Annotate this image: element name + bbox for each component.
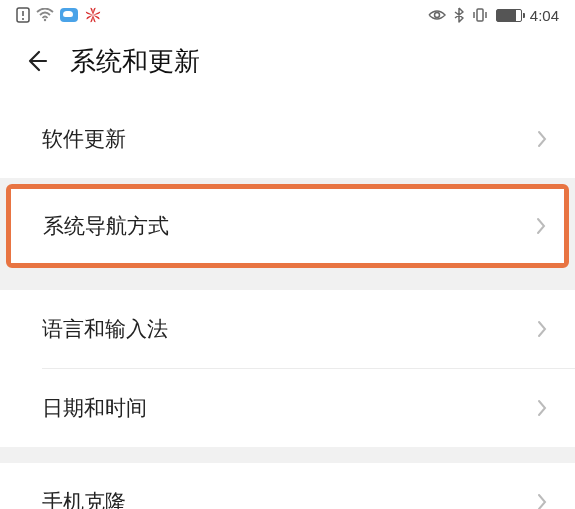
vibrate-icon [472, 7, 488, 23]
bluetooth-icon [454, 7, 464, 23]
status-bar: 4:04 [0, 0, 575, 30]
battery-icon [496, 9, 522, 22]
huawei-icon [84, 7, 102, 23]
cloud-icon [60, 8, 78, 22]
wifi-icon [36, 8, 54, 22]
highlighted-item: 系统导航方式 [6, 184, 569, 268]
chevron-right-icon [537, 130, 547, 148]
status-left [16, 7, 102, 23]
back-button[interactable] [20, 46, 50, 76]
item-language-input[interactable]: 语言和输入法 [0, 290, 575, 368]
header: 系统和更新 [0, 30, 575, 100]
chevron-right-icon [536, 217, 546, 235]
chevron-right-icon [537, 399, 547, 417]
item-label: 日期和时间 [42, 394, 147, 422]
item-label: 语言和输入法 [42, 315, 168, 343]
sim-alert-icon [16, 7, 30, 23]
eye-comfort-icon [428, 9, 446, 21]
section-separator [0, 274, 575, 290]
item-label: 软件更新 [42, 125, 126, 153]
page-title: 系统和更新 [70, 44, 200, 79]
svg-point-3 [44, 19, 46, 21]
settings-list: 软件更新 系统导航方式 语言和输入法 日期和时间 手机克隆 [0, 100, 575, 509]
item-date-time[interactable]: 日期和时间 [0, 369, 575, 447]
item-system-navigation[interactable]: 系统导航方式 [11, 189, 564, 263]
item-software-update[interactable]: 软件更新 [0, 100, 575, 178]
svg-point-4 [434, 13, 439, 18]
svg-rect-5 [477, 9, 483, 21]
status-right: 4:04 [428, 7, 559, 24]
clock: 4:04 [530, 7, 559, 24]
chevron-right-icon [537, 493, 547, 509]
chevron-right-icon [537, 320, 547, 338]
item-phone-clone[interactable]: 手机克隆 [0, 463, 575, 509]
svg-point-2 [22, 18, 24, 20]
item-label: 系统导航方式 [43, 212, 169, 240]
section-separator [0, 447, 575, 463]
item-label: 手机克隆 [42, 488, 126, 509]
